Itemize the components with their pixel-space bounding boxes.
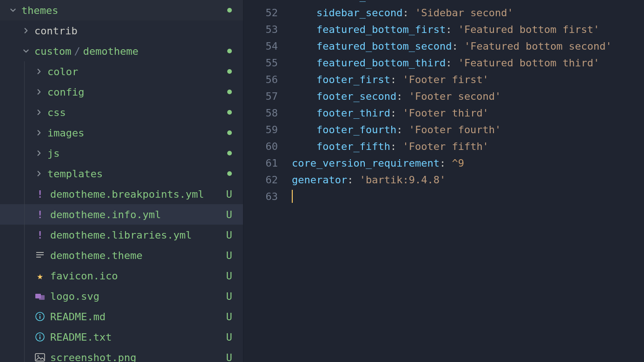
folder-templates[interactable]: templates (0, 163, 243, 184)
svg-rect-10 (39, 336, 40, 339)
folder-contrib[interactable]: contrib (0, 20, 243, 41)
item-label: js (47, 148, 227, 159)
modified-dot-icon (227, 130, 232, 135)
chevron-down-icon (8, 7, 18, 13)
modified-dot-icon (227, 110, 232, 115)
folder-images[interactable]: images (0, 123, 243, 143)
info-file-icon (34, 311, 46, 322)
modified-dot-icon (227, 69, 232, 74)
file-info[interactable]: !demotheme.info.ymlU (0, 204, 243, 225)
chevron-right-icon (34, 129, 44, 136)
code-line: footer_second: 'Footer second' (292, 88, 644, 105)
svg-file-icon (34, 292, 46, 300)
code-line: generator: 'bartik:9.4.8' (292, 172, 644, 188)
item-label: logo.svg (50, 291, 223, 302)
folder-css[interactable]: css (0, 102, 243, 123)
item-label: demotheme.breakpoints.yml (50, 188, 223, 200)
line-number: 59 (243, 122, 278, 138)
line-number: 63 (243, 188, 278, 205)
file-readme-md[interactable]: README.mdU (0, 306, 243, 327)
svg-point-6 (39, 314, 41, 316)
item-label: README.txt (50, 331, 223, 343)
code-line: sidebar_second: 'Sidebar second' (292, 5, 644, 21)
line-number-gutter: 51525354555657585960616263 (243, 0, 292, 362)
modified-dot-icon (227, 8, 232, 13)
file-logo[interactable]: logo.svgU (0, 286, 243, 306)
code-line: featured_bottom_third: 'Featured bottom … (292, 55, 644, 71)
file-readme-txt[interactable]: README.txtU (0, 327, 243, 347)
info-file-icon (34, 332, 46, 342)
folder-label: custom/demotheme (34, 45, 227, 57)
line-number: 55 (243, 55, 278, 71)
chevron-right-icon (34, 150, 44, 156)
folder-custom-demotheme[interactable]: custom/demotheme (0, 41, 243, 61)
line-number: 52 (243, 5, 278, 21)
modified-dot-icon (227, 90, 232, 94)
item-label: contrib (34, 25, 235, 37)
item-label: themes (21, 5, 227, 16)
line-number: 53 (243, 21, 278, 38)
git-status-badge: U (223, 188, 235, 200)
file-favicon[interactable]: ★favicon.icoU (0, 265, 243, 286)
git-status-badge: U (223, 209, 235, 220)
image-file-icon (34, 353, 46, 362)
text-file-icon (34, 251, 46, 259)
git-status-badge: U (223, 291, 235, 302)
text-cursor (292, 190, 293, 203)
file-libraries[interactable]: !demotheme.libraries.ymlU (0, 225, 243, 245)
chevron-right-icon (34, 170, 44, 177)
item-label: demotheme.libraries.yml (50, 229, 223, 241)
chevron-right-icon (34, 109, 44, 116)
yaml-file-icon: ! (34, 188, 46, 200)
code-line: footer_fifth: 'Footer fifth' (292, 138, 644, 155)
folder-config[interactable]: config (0, 82, 243, 102)
item-label: config (47, 86, 227, 98)
favicon-icon: ★ (34, 270, 46, 282)
code-editor[interactable]: 51525354555657585960616263 sidebar_first… (243, 0, 644, 362)
item-label: css (47, 107, 227, 118)
modified-dot-icon (227, 171, 232, 176)
item-label: templates (47, 168, 227, 180)
folder-themes[interactable]: themes (0, 0, 243, 20)
yaml-file-icon: ! (34, 229, 46, 241)
git-status-badge: U (223, 250, 235, 261)
chevron-right-icon (34, 89, 44, 95)
item-label: images (47, 127, 227, 139)
git-status-badge: U (223, 331, 235, 343)
svg-rect-4 (39, 295, 45, 300)
line-number: 57 (243, 88, 278, 105)
svg-point-12 (38, 356, 39, 357)
code-content[interactable]: sidebar_first: 'Sidebar first' sidebar_s… (292, 0, 644, 362)
git-status-badge: U (223, 352, 235, 362)
code-line: footer_third: 'Footer third' (292, 105, 644, 122)
code-line: footer_fourth: 'Footer fourth' (292, 122, 644, 138)
code-line: footer_first: 'Footer first' (292, 71, 644, 88)
item-label: README.md (50, 311, 223, 323)
item-label: favicon.ico (50, 270, 223, 282)
git-status-badge: U (223, 311, 235, 323)
folder-js[interactable]: js (0, 143, 243, 163)
line-number: 58 (243, 105, 278, 122)
file-theme[interactable]: demotheme.themeU (0, 245, 243, 265)
svg-point-9 (39, 335, 41, 336)
folder-color[interactable]: color (0, 61, 243, 82)
file-explorer[interactable]: themescontribcustom/demothemecolorconfig… (0, 0, 243, 362)
item-label: screenshot.png (50, 352, 223, 362)
git-status-badge: U (223, 270, 235, 282)
code-line: featured_bottom_first: 'Featured bottom … (292, 21, 644, 38)
item-label: color (47, 66, 227, 78)
file-screenshot[interactable]: screenshot.pngU (0, 347, 243, 362)
chevron-down-icon (21, 48, 31, 54)
file-breakpoints[interactable]: !demotheme.breakpoints.ymlU (0, 184, 243, 204)
code-line: core_version_requirement: ^9 (292, 155, 644, 172)
svg-rect-7 (39, 316, 40, 319)
chevron-right-icon (21, 27, 31, 34)
line-number: 56 (243, 71, 278, 88)
line-number: 61 (243, 155, 278, 172)
yaml-file-icon: ! (34, 209, 46, 220)
code-line (292, 188, 644, 205)
line-number: 51 (243, 0, 278, 5)
modified-dot-icon (227, 151, 232, 155)
git-status-badge: U (223, 229, 235, 241)
item-label: demotheme.theme (50, 250, 223, 261)
